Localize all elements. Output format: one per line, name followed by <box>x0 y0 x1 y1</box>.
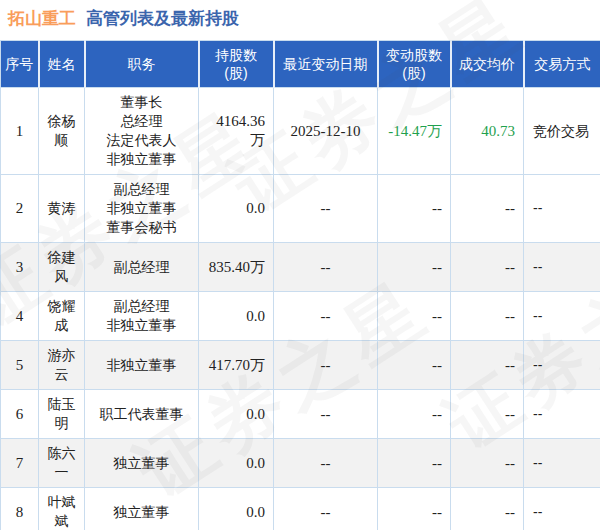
header-no: 序号 <box>1 41 39 88</box>
cell-change: -- <box>378 243 451 292</box>
page-title: 拓山重工高管列表及最新持股 <box>0 0 600 31</box>
cell-shares: 835.40万 <box>199 243 274 292</box>
cell-date: 2025-12-10 <box>274 88 378 175</box>
cell-name: 黄涛 <box>39 175 85 243</box>
cell-name: 游亦云 <box>39 341 85 390</box>
cell-method: -- <box>524 439 600 488</box>
cell-name: 饶耀成 <box>39 292 85 341</box>
cell-name: 叶斌斌 <box>39 488 85 530</box>
table-row: 8叶斌斌独立董事0.0-------- <box>1 488 600 530</box>
cell-price: -- <box>451 175 524 243</box>
cell-change: -- <box>378 175 451 243</box>
stock-name: 拓山重工 <box>8 9 76 28</box>
cell-no: 2 <box>1 175 39 243</box>
cell-shares: 417.70万 <box>199 341 274 390</box>
cell-shares: 0.0 <box>199 488 274 530</box>
cell-price: 40.73 <box>451 88 524 175</box>
cell-price: -- <box>451 292 524 341</box>
cell-no: 7 <box>1 439 39 488</box>
cell-name: 陆玉明 <box>39 390 85 439</box>
cell-positions: 副总经理 <box>85 243 199 292</box>
cell-change: -- <box>378 488 451 530</box>
cell-date: -- <box>274 390 378 439</box>
cell-date: -- <box>274 175 378 243</box>
cell-shares: 0.0 <box>199 439 274 488</box>
cell-name: 徐建风 <box>39 243 85 292</box>
cell-method: -- <box>524 292 600 341</box>
cell-date: -- <box>274 439 378 488</box>
cell-no: 4 <box>1 292 39 341</box>
executive-holdings-table: 序号 姓名 职务 持股数 (股) 最近变动日期 变动股数 (股) 成交均价 交易… <box>0 40 600 530</box>
cell-no: 3 <box>1 243 39 292</box>
cell-price: -- <box>451 243 524 292</box>
cell-name: 徐杨顺 <box>39 88 85 175</box>
header-change-date: 最近变动日期 <box>274 41 378 88</box>
cell-no: 5 <box>1 341 39 390</box>
cell-name: 陈六一 <box>39 439 85 488</box>
cell-method: -- <box>524 175 600 243</box>
cell-method: -- <box>524 341 600 390</box>
cell-shares: 0.0 <box>199 292 274 341</box>
cell-change: -- <box>378 341 451 390</box>
header-position: 职务 <box>85 41 199 88</box>
cell-method: -- <box>524 390 600 439</box>
cell-date: -- <box>274 341 378 390</box>
title-text: 高管列表及最新持股 <box>86 9 239 28</box>
cell-positions: 独立董事 <box>85 439 199 488</box>
table-row: 6陆玉明职工代表董事0.0-------- <box>1 390 600 439</box>
cell-method: -- <box>524 488 600 530</box>
cell-change: -- <box>378 390 451 439</box>
cell-price: -- <box>451 390 524 439</box>
header-shares-held: 持股数 (股) <box>199 41 274 88</box>
cell-positions: 副总经理 非独立董事 <box>85 292 199 341</box>
cell-no: 8 <box>1 488 39 530</box>
cell-price: -- <box>451 488 524 530</box>
cell-change: -- <box>378 439 451 488</box>
table-row: 2黄涛副总经理 非独立董事 董事会秘书0.0-------- <box>1 175 600 243</box>
cell-no: 6 <box>1 390 39 439</box>
table-row: 7陈六一独立董事0.0-------- <box>1 439 600 488</box>
cell-change: -- <box>378 292 451 341</box>
cell-change: -14.47万 <box>378 88 451 175</box>
cell-no: 1 <box>1 88 39 175</box>
table-row: 1徐杨顺董事长 总经理 法定代表人 非独立董事4164.36万2025-12-1… <box>1 88 600 175</box>
cell-price: -- <box>451 439 524 488</box>
table-row: 5游亦云非独立董事417.70万-------- <box>1 341 600 390</box>
cell-date: -- <box>274 243 378 292</box>
cell-positions: 副总经理 非独立董事 董事会秘书 <box>85 175 199 243</box>
header-trade-method: 交易方式 <box>524 41 600 88</box>
table-header-row: 序号 姓名 职务 持股数 (股) 最近变动日期 变动股数 (股) 成交均价 交易… <box>1 41 600 88</box>
table-row: 3徐建风副总经理835.40万-------- <box>1 243 600 292</box>
cell-method: 竞价交易 <box>524 88 600 175</box>
cell-shares: 0.0 <box>199 175 274 243</box>
cell-price: -- <box>451 341 524 390</box>
cell-date: -- <box>274 488 378 530</box>
cell-positions: 独立董事 <box>85 488 199 530</box>
header-avg-price: 成交均价 <box>451 41 524 88</box>
cell-shares: 0.0 <box>199 390 274 439</box>
cell-date: -- <box>274 292 378 341</box>
cell-positions: 董事长 总经理 法定代表人 非独立董事 <box>85 88 199 175</box>
header-name: 姓名 <box>39 41 85 88</box>
cell-positions: 职工代表董事 <box>85 390 199 439</box>
cell-positions: 非独立董事 <box>85 341 199 390</box>
header-change-shares: 变动股数 (股) <box>378 41 451 88</box>
cell-method: -- <box>524 243 600 292</box>
table-row: 4饶耀成副总经理 非独立董事0.0-------- <box>1 292 600 341</box>
cell-shares: 4164.36万 <box>199 88 274 175</box>
